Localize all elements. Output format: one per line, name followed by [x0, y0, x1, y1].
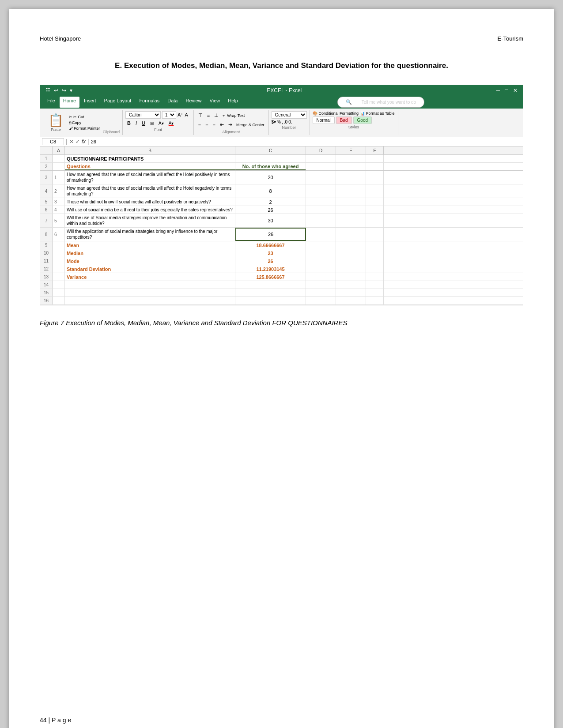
cell-12f[interactable]	[366, 265, 384, 273]
cell-4b[interactable]: How man agreed that the use of social me…	[65, 184, 235, 198]
cell-8b[interactable]: Will the application of social media str…	[65, 228, 235, 241]
cell-9c[interactable]: 18.66666667	[235, 241, 306, 249]
cell-11d[interactable]	[306, 257, 336, 265]
merge-center-button[interactable]: Merge & Center	[235, 122, 266, 128]
cell-12b[interactable]: Standard Deviation	[65, 265, 235, 273]
menu-data[interactable]: Data	[164, 97, 181, 108]
menu-file[interactable]: File	[44, 97, 59, 108]
currency-button[interactable]: $▾	[272, 120, 276, 124]
maximize-icon[interactable]: □	[505, 87, 508, 94]
cell-3d[interactable]	[306, 171, 336, 184]
cell-10f[interactable]	[366, 249, 384, 257]
cell-14e[interactable]	[336, 281, 366, 289]
search-placeholder[interactable]: Tell me what you want to do	[358, 98, 419, 106]
cell-2d[interactable]	[306, 163, 336, 170]
cell-13f[interactable]	[366, 273, 384, 281]
cell-12d[interactable]	[306, 265, 336, 273]
cell-13a[interactable]	[53, 273, 65, 281]
cell-1a[interactable]	[53, 155, 65, 162]
tell-me-search[interactable]: 🔍 Tell me what you want to do	[337, 97, 424, 108]
cell-11e[interactable]	[336, 257, 366, 265]
cell-15b[interactable]	[65, 289, 235, 296]
cell-15d[interactable]	[306, 289, 336, 296]
cell-6b[interactable]: Will use of social media be a threat to …	[65, 206, 235, 214]
cell-1b[interactable]: QUESTIONNAIRE PARTICIPANTS	[65, 155, 235, 162]
cell-4f[interactable]	[366, 184, 384, 198]
cell-3c[interactable]: 20	[235, 171, 306, 184]
align-middle-button[interactable]: ≡	[205, 112, 212, 120]
cell-2c[interactable]: No. of those who agreed	[235, 163, 306, 170]
cell-6a[interactable]: 4	[53, 206, 65, 214]
cell-14b[interactable]	[65, 281, 235, 289]
cell-2f[interactable]	[366, 163, 384, 170]
cell-12a[interactable]	[53, 265, 65, 273]
cell-16e[interactable]	[336, 297, 366, 304]
cell-8d[interactable]	[306, 228, 336, 241]
decrease-font-icon[interactable]: A⁻	[185, 112, 190, 118]
cell-5e[interactable]	[336, 198, 366, 206]
cell-1c[interactable]	[235, 155, 306, 162]
format-painter-button[interactable]: 🖌 Format Painter	[67, 126, 102, 131]
cell-7e[interactable]	[336, 214, 366, 227]
bold-button[interactable]: B	[125, 120, 132, 127]
cell-13b[interactable]: Variance	[65, 273, 235, 281]
cell-13d[interactable]	[306, 273, 336, 281]
cell-6e[interactable]	[336, 206, 366, 214]
border-button[interactable]: ⊞	[148, 120, 155, 127]
cell-9f[interactable]	[366, 241, 384, 249]
cell-1e[interactable]	[336, 155, 366, 162]
cell-5a[interactable]: 3	[53, 198, 65, 206]
font-color-button[interactable]: A▾	[167, 120, 176, 127]
menu-formulas[interactable]: Formulas	[136, 97, 163, 108]
cell-12e[interactable]	[336, 265, 366, 273]
cell-10c[interactable]: 23	[235, 249, 306, 257]
paste-button[interactable]: 📋 Paste	[45, 111, 66, 134]
cell-10b[interactable]: Median	[65, 249, 235, 257]
cell-11b[interactable]: Mode	[65, 257, 235, 265]
cell-10e[interactable]	[336, 249, 366, 257]
cell-5b[interactable]: Those who did not know if social media w…	[65, 198, 235, 206]
cell-4a[interactable]: 2	[53, 184, 65, 198]
cell-6c[interactable]: 26	[235, 206, 306, 214]
cell-15f[interactable]	[366, 289, 384, 296]
cell-8f[interactable]	[366, 228, 384, 241]
italic-button[interactable]: I	[134, 120, 139, 127]
percent-button[interactable]: %	[277, 120, 281, 124]
cell-5f[interactable]	[366, 198, 384, 206]
align-center-button[interactable]: ≡	[204, 121, 210, 129]
cell-7d[interactable]	[306, 214, 336, 227]
cell-9b[interactable]: Mean	[65, 241, 235, 249]
bad-style-box[interactable]: Bad	[336, 116, 352, 124]
cell-16f[interactable]	[366, 297, 384, 304]
formula-input[interactable]	[91, 139, 521, 144]
cell-3b[interactable]: How man agreed that the use of social me…	[65, 171, 235, 184]
menu-page-layout[interactable]: Page Layout	[101, 97, 135, 108]
align-right-button[interactable]: ≡	[211, 121, 217, 129]
cell-11c[interactable]: 26	[235, 257, 306, 265]
cell-13c[interactable]: 125.8666667	[235, 273, 306, 281]
cell-3a[interactable]: 1	[53, 171, 65, 184]
format-table-button[interactable]: Format as Table	[366, 111, 394, 116]
font-name-select[interactable]: Calibri	[125, 111, 161, 119]
redo-icon[interactable]: ↪	[62, 87, 66, 94]
customize-icon[interactable]: ▾	[70, 87, 72, 94]
cell-15c[interactable]	[235, 289, 306, 296]
cell-7a[interactable]: 5	[53, 214, 65, 227]
cell-15e[interactable]	[336, 289, 366, 296]
copy-button[interactable]: ⎘ Copy	[67, 120, 102, 125]
cell-12c[interactable]: 11.21903145	[235, 265, 306, 273]
cell-8c[interactable]: 26	[235, 228, 306, 241]
cell-7b[interactable]: Will the use of Social media strategies …	[65, 214, 235, 227]
cell-11f[interactable]	[366, 257, 384, 265]
increase-font-icon[interactable]: A⁺	[178, 112, 183, 118]
formula-bar-confirm-icon[interactable]: ✓	[76, 139, 80, 145]
cell-7c[interactable]: 30	[235, 214, 306, 227]
cell-2a[interactable]	[53, 163, 65, 170]
cell-11a[interactable]	[53, 257, 65, 265]
wrap-text-button[interactable]: ↵ Wrap Text	[221, 113, 246, 118]
number-format-select[interactable]: General	[272, 111, 307, 119]
menu-view[interactable]: View	[206, 97, 224, 108]
cell-2e[interactable]	[336, 163, 366, 170]
cell-16a[interactable]	[53, 297, 65, 304]
comma-button[interactable]: ,	[282, 120, 283, 124]
